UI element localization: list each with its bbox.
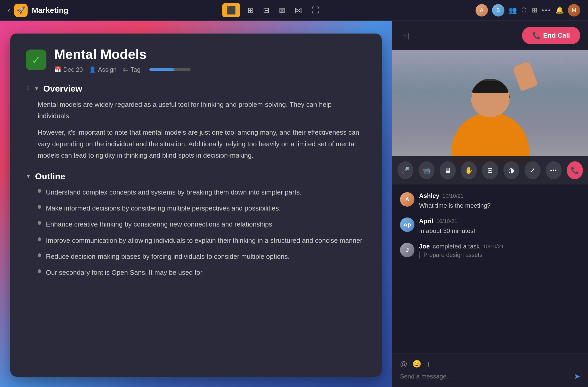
bullet-dot-icon bbox=[38, 189, 41, 193]
left-panel: ✓ Mental Models 📅 Dec 20 👤 Assign bbox=[0, 21, 392, 387]
chat-message-april: Ap April 10/10/21 In about 30 minutes! bbox=[400, 217, 580, 236]
april-text: In about 30 minutes! bbox=[419, 226, 580, 236]
list-item: Make informed decisions by considering m… bbox=[38, 203, 366, 214]
joe-time: 10/10/21 bbox=[483, 243, 504, 249]
overview-section-header: ⠿ ▼ Overview bbox=[26, 84, 366, 94]
bullet-dot-icon bbox=[38, 205, 41, 209]
task-check-icon[interactable]: ✓ bbox=[26, 50, 46, 70]
joe-message-header: Joe completed a task 10/10/21 bbox=[419, 243, 580, 250]
mic-button[interactable]: 🎤 bbox=[397, 161, 413, 179]
video-controls: 🎤 📹 🖥 ✋ ⊞ ◑ ⤢ ••• 📞 bbox=[392, 156, 588, 184]
list-item: Enhance creative thinking by considering… bbox=[38, 219, 366, 230]
end-call-label: End Call bbox=[543, 31, 570, 39]
tag-label: Tag bbox=[130, 66, 141, 73]
joe-completed-text: completed a task bbox=[433, 243, 479, 250]
joe-avatar: J bbox=[400, 243, 414, 257]
notifications-icon[interactable]: 🔔 bbox=[556, 6, 564, 14]
bullet-text-5: Reduce decision-making biases by forcing… bbox=[46, 251, 290, 262]
collapse-panel-button[interactable]: →| bbox=[400, 31, 409, 40]
end-call-button[interactable]: 📞 End Call bbox=[522, 27, 580, 44]
screen-share-button[interactable]: 🖥 bbox=[440, 161, 456, 179]
mention-button[interactable]: @ bbox=[400, 360, 407, 368]
bullet-text-1: Understand complex concepts and systems … bbox=[46, 187, 301, 198]
joe-name: Joe bbox=[419, 243, 430, 250]
video-person bbox=[452, 79, 529, 164]
right-panel: →| 📞 End Call bbox=[392, 21, 588, 387]
avatar-user2[interactable]: B bbox=[492, 4, 504, 17]
document-card: ✓ Mental Models 📅 Dec 20 👤 Assign bbox=[10, 34, 382, 377]
outline-list: Understand complex concepts and systems … bbox=[38, 187, 366, 278]
topbar-right: A B 👥 ⏱ ⊞ ••• 🔔 M bbox=[476, 4, 580, 17]
assign-label: Assign bbox=[98, 66, 117, 73]
overview-para-2: However, it's important to note that men… bbox=[38, 127, 366, 161]
main-layout: ✓ Mental Models 📅 Dec 20 👤 Assign bbox=[0, 21, 588, 387]
task-reference: Prepare design assets bbox=[419, 252, 580, 259]
topbar-center: ⬛ ⊞ ⊟ ⊠ ⋈ ⛶ bbox=[222, 3, 321, 17]
end-call-ctrl-button[interactable]: 📞 bbox=[567, 161, 583, 179]
chat-message-ashley: A Ashley 10/10/21 What time is the meeti… bbox=[400, 192, 580, 210]
task-ref-text: Prepare design assets bbox=[423, 252, 483, 259]
profile-avatar[interactable]: M bbox=[568, 4, 580, 17]
collapse-arrow-icon: →| bbox=[400, 31, 409, 39]
bullet-dot-icon bbox=[38, 237, 41, 241]
app-title: Marketing bbox=[32, 6, 68, 15]
camera-button[interactable]: 📹 bbox=[419, 161, 435, 179]
emoji-button[interactable]: 😊 bbox=[412, 360, 421, 368]
assign-meta[interactable]: 👤 Assign bbox=[89, 66, 117, 73]
effects-button[interactable]: ◑ bbox=[503, 161, 519, 179]
outline-section: ▼ Outline Understand complex concepts an… bbox=[26, 171, 366, 278]
call-header: →| 📞 End Call bbox=[392, 21, 588, 50]
more-options-button[interactable]: ••• bbox=[546, 161, 562, 179]
avatar-user1[interactable]: A bbox=[476, 4, 488, 17]
raise-hand-button[interactable]: ✋ bbox=[461, 161, 477, 179]
attachment-button[interactable]: ↑ bbox=[427, 360, 430, 368]
app-icon: 🚀 bbox=[14, 4, 28, 17]
outline-section-header: ▼ Outline bbox=[26, 171, 366, 181]
view-icon[interactable]: ⊞ bbox=[532, 6, 537, 14]
document-content: ✓ Mental Models 📅 Dec 20 👤 Assign bbox=[10, 34, 382, 377]
tag-icon: 🏷 bbox=[123, 66, 128, 73]
headphone-band bbox=[471, 79, 510, 81]
list-item: Our secondary font is Open Sans. It may … bbox=[38, 267, 366, 278]
chat-input-row: ➤ bbox=[400, 372, 580, 381]
send-message-button[interactable]: ➤ bbox=[574, 372, 580, 381]
grid-view-button[interactable]: ⊞ bbox=[482, 161, 498, 179]
video-area: 🎤 📹 🖥 ✋ ⊞ ◑ ⤢ ••• 📞 bbox=[392, 50, 588, 184]
bullet-text-3: Enhance creative thinking by considering… bbox=[46, 219, 274, 230]
april-time: 10/10/21 bbox=[436, 218, 458, 224]
document-header: ✓ Mental Models 📅 Dec 20 👤 Assign bbox=[26, 46, 366, 73]
topbar: ‹ 🚀 Marketing ⬛ ⊞ ⊟ ⊠ ⋈ ⛶ A B 👥 ⏱ ⊞ ••• … bbox=[0, 0, 588, 21]
overview-body: Mental models are widely regarded as a u… bbox=[26, 99, 366, 161]
bullet-text-6: Our secondary font is Open Sans. It may … bbox=[46, 267, 202, 278]
list-item: Improve communication by allowing indivi… bbox=[38, 235, 366, 246]
document-title: Mental Models bbox=[54, 46, 366, 62]
ashley-message-content: Ashley 10/10/21 What time is the meeting… bbox=[419, 192, 580, 210]
progress-bar bbox=[149, 68, 191, 71]
list-item: Understand complex concepts and systems … bbox=[38, 187, 366, 198]
share-tool-icon[interactable]: ⋈ bbox=[292, 4, 304, 17]
more-icon[interactable]: ••• bbox=[542, 6, 551, 14]
tree-tool-icon[interactable]: ⛶ bbox=[309, 4, 321, 17]
back-button[interactable]: ‹ bbox=[8, 6, 10, 14]
joe-message-content: Joe completed a task 10/10/21 Prepare de… bbox=[419, 243, 580, 259]
april-message-content: April 10/10/21 In about 30 minutes! bbox=[419, 217, 580, 236]
bullet-dot-icon bbox=[38, 253, 41, 257]
drag-handle-icon[interactable]: ⠿ bbox=[26, 85, 30, 92]
phone-end-icon: 📞 bbox=[532, 31, 541, 39]
april-message-header: April 10/10/21 bbox=[419, 217, 580, 225]
chat-message-input[interactable] bbox=[400, 373, 570, 380]
calendar-tool-icon[interactable]: ⊟ bbox=[261, 4, 272, 17]
add-user-icon[interactable]: 👥 bbox=[509, 6, 517, 14]
fullscreen-button[interactable]: ⤢ bbox=[525, 161, 541, 179]
grid-tool-icon[interactable]: ⊠ bbox=[277, 4, 287, 17]
ashley-message-header: Ashley 10/10/21 bbox=[419, 192, 580, 199]
timer-icon[interactable]: ⏱ bbox=[521, 6, 528, 14]
stack-tool-icon[interactable]: ⬛ bbox=[222, 3, 240, 17]
list-item: Reduce decision-making biases by forcing… bbox=[38, 251, 366, 262]
collapse-outline-icon[interactable]: ▼ bbox=[26, 173, 31, 179]
date-meta[interactable]: 📅 Dec 20 bbox=[54, 66, 83, 73]
collapse-overview-icon[interactable]: ▼ bbox=[34, 86, 39, 92]
tag-meta[interactable]: 🏷 Tag bbox=[123, 66, 141, 73]
layout-tool-icon[interactable]: ⊞ bbox=[245, 4, 256, 17]
bullet-text-4: Improve communication by allowing indivi… bbox=[46, 235, 362, 246]
